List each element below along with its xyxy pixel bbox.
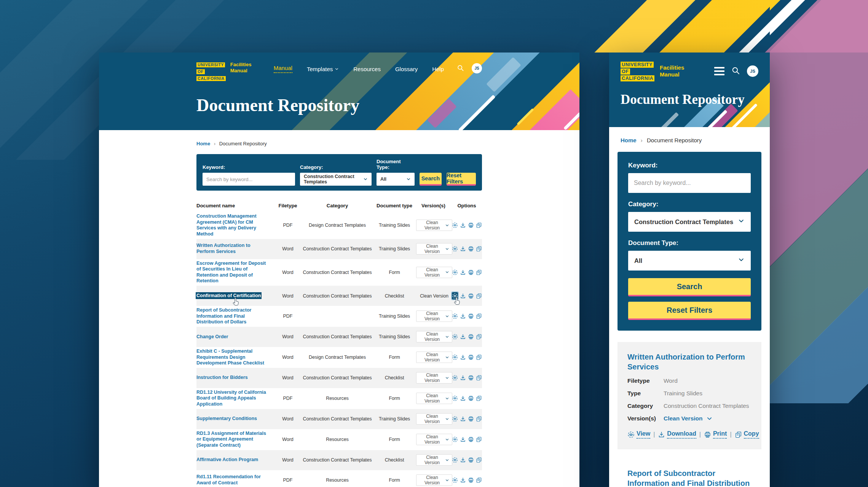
view-icon[interactable] (452, 457, 458, 464)
print-icon[interactable] (468, 457, 474, 464)
breadcrumb-home-link[interactable]: Home (196, 141, 210, 146)
view-icon[interactable] (452, 477, 458, 484)
avatar[interactable]: JS (472, 63, 482, 73)
reset-filters-button[interactable]: Reset Filters (628, 302, 751, 320)
view-icon[interactable] (452, 395, 458, 402)
version-dropdown[interactable]: Clean Version (664, 415, 713, 422)
reset-filters-button[interactable]: Reset Filters (447, 173, 476, 186)
document-name-link[interactable]: Construction Management Agreement (CMA) … (196, 213, 257, 237)
print-icon[interactable] (468, 333, 474, 341)
hamburger-menu-icon[interactable] (714, 67, 724, 75)
view-action[interactable]: View (627, 430, 650, 439)
print-icon[interactable] (468, 292, 474, 299)
nav-item[interactable]: Glossary (395, 66, 418, 72)
nav-item[interactable]: Templates (307, 66, 339, 72)
category-select[interactable]: Construction Contract Templates (300, 173, 372, 186)
download-icon[interactable] (460, 333, 466, 341)
version-dropdown[interactable]: Clean Version (416, 331, 452, 342)
avatar[interactable]: JS (747, 65, 758, 77)
copy-icon[interactable] (476, 477, 482, 484)
download-icon[interactable] (460, 436, 466, 443)
download-icon[interactable] (460, 477, 466, 484)
search-button[interactable]: Search (628, 278, 751, 296)
copy-icon[interactable] (476, 269, 482, 276)
document-name-link[interactable]: Written Authorization to Perform Service… (627, 352, 752, 372)
document-name-link[interactable]: Supplementary Conditions (196, 416, 257, 421)
document-name-link[interactable]: Exhibit C - Supplemental Requirements De… (196, 349, 264, 366)
download-action[interactable]: Download (658, 430, 696, 439)
nav-item[interactable]: Help (432, 66, 444, 72)
version-dropdown[interactable]: Clean Version (416, 310, 452, 322)
document-name-link[interactable]: Affirmative Action Program (196, 457, 258, 462)
copy-action[interactable]: Copy (735, 430, 759, 439)
copy-icon[interactable] (476, 245, 482, 253)
search-icon[interactable] (457, 61, 464, 73)
print-icon[interactable] (468, 269, 474, 276)
nav-item[interactable]: Manual (274, 65, 292, 73)
version-dropdown[interactable]: Clean Version (416, 352, 452, 363)
copy-icon[interactable] (476, 415, 482, 423)
print-icon[interactable] (468, 477, 474, 484)
print-icon[interactable] (468, 245, 474, 253)
view-icon[interactable] (452, 313, 458, 320)
download-icon[interactable] (460, 313, 466, 320)
version-dropdown[interactable]: Clean Version (416, 290, 452, 302)
doctype-select[interactable]: All (628, 251, 751, 271)
version-dropdown[interactable]: Clean Version (416, 474, 452, 486)
version-dropdown[interactable]: Clean Version (416, 220, 452, 231)
search-button[interactable]: Search (420, 173, 442, 186)
download-icon[interactable] (460, 222, 466, 229)
breadcrumb-home-link[interactable]: Home (621, 137, 637, 143)
copy-icon[interactable] (476, 457, 482, 464)
view-icon[interactable] (452, 333, 458, 341)
download-icon[interactable] (460, 374, 466, 382)
print-action[interactable]: Print (704, 430, 727, 439)
download-icon[interactable] (460, 354, 466, 361)
download-icon[interactable] (460, 245, 466, 253)
view-icon[interactable] (452, 436, 458, 443)
view-icon[interactable] (452, 415, 458, 423)
view-icon[interactable] (452, 269, 458, 276)
nav-item[interactable]: Resources (353, 66, 381, 72)
view-icon[interactable] (452, 354, 458, 361)
category-select[interactable]: Construction Contract Templates (628, 212, 751, 232)
version-dropdown[interactable]: Clean Version (416, 243, 452, 255)
document-name-link[interactable]: Rd1.11 Recommendation for Award of Contr… (196, 474, 261, 485)
document-name-link[interactable]: Report of Subcontractor Information and … (196, 307, 251, 325)
version-dropdown[interactable]: Clean Version (416, 267, 452, 278)
document-name-link[interactable]: Confirmation of Certification (196, 293, 261, 298)
document-name-link[interactable]: Escrow Agreement for Deposit of Securiti… (196, 261, 266, 284)
keyword-input[interactable] (628, 173, 751, 193)
uc-logo[interactable]: UNIVERSITY OF CALIFORNIA (621, 61, 654, 81)
print-icon[interactable] (468, 374, 474, 382)
print-icon[interactable] (468, 395, 474, 402)
document-name-link[interactable]: Report of Subcontractor Information and … (627, 468, 752, 487)
download-icon[interactable] (460, 395, 466, 402)
download-icon[interactable] (460, 415, 466, 423)
copy-icon[interactable] (476, 292, 482, 299)
version-dropdown[interactable]: Clean Version (416, 413, 452, 425)
copy-icon[interactable] (476, 222, 482, 229)
copy-icon[interactable] (476, 374, 482, 382)
view-icon[interactable] (452, 374, 458, 382)
print-icon[interactable] (468, 222, 474, 229)
view-icon[interactable] (452, 245, 458, 253)
copy-icon[interactable] (476, 313, 482, 320)
document-name-link[interactable]: RD1.12 University of California Board of… (196, 390, 266, 407)
download-icon[interactable] (460, 457, 466, 464)
print-icon[interactable] (468, 354, 474, 361)
download-icon[interactable] (460, 269, 466, 276)
print-icon[interactable] (468, 415, 474, 423)
copy-icon[interactable] (476, 354, 482, 361)
document-name-link[interactable]: Change Order (196, 334, 228, 339)
document-name-link[interactable]: Written Authorization to Perform Service… (196, 243, 251, 254)
version-dropdown[interactable]: Clean Version (416, 434, 452, 445)
search-icon[interactable] (731, 66, 740, 76)
uc-logo[interactable]: UNIVERSITY OF CALIFORNIA (196, 61, 226, 81)
version-dropdown[interactable]: Clean Version (416, 454, 452, 466)
print-icon[interactable] (468, 436, 474, 443)
copy-icon[interactable] (476, 395, 482, 402)
doctype-select[interactable]: All (377, 173, 415, 186)
document-name-link[interactable]: RD1.3 Assignment of Materials or Equipme… (196, 431, 266, 448)
print-icon[interactable] (468, 313, 474, 320)
